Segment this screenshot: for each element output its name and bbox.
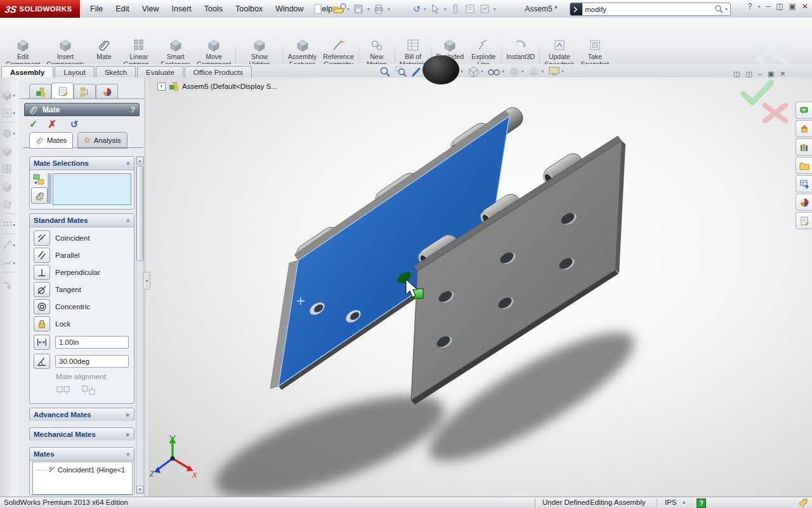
mates-listbox[interactable]: ······ Coincident1 (Hinge<1 [32, 462, 133, 495]
tab-appearances-scenes[interactable] [796, 194, 812, 211]
tab-property-manager[interactable] [51, 83, 74, 99]
viewport-3d-scene[interactable]: X Z [147, 77, 812, 497]
lock-mate-button[interactable] [34, 316, 50, 331]
minimize-button[interactable]: – [766, 2, 771, 11]
tab-assembly[interactable]: Assembly [1, 66, 53, 77]
menu-edit[interactable]: Edit [109, 0, 136, 17]
save-caret[interactable]: ▾ [367, 6, 370, 12]
units-selector[interactable]: IPS [665, 498, 677, 506]
doc-close-button[interactable]: ✕ [780, 70, 785, 78]
search-magnifier-icon[interactable] [714, 4, 724, 14]
coincident-mate-button[interactable] [34, 231, 50, 246]
undo-icon[interactable]: ↺ [413, 4, 421, 14]
save-icon[interactable] [353, 3, 364, 15]
left-toolbar-star-icon[interactable] [1, 197, 18, 212]
tab-custom-properties[interactable] [796, 212, 812, 229]
units-caret-icon[interactable]: ▴ [683, 499, 685, 505]
close-button[interactable]: ✕ [802, 2, 808, 11]
menu-tools[interactable]: Tools [198, 0, 229, 17]
parallel-mate-button[interactable] [34, 248, 50, 263]
panel-help-icon[interactable]: ? [131, 105, 135, 114]
angle-mate-button[interactable] [34, 354, 50, 369]
tab-design-library[interactable] [796, 138, 812, 156]
ok-button[interactable]: ✓ [29, 118, 37, 130]
mate-selections-header[interactable]: Mate Selections » [30, 157, 134, 170]
tab-mates[interactable]: Mates [29, 132, 73, 149]
menu-view[interactable]: View [136, 0, 166, 17]
scroll-thumb[interactable] [136, 166, 143, 261]
tree-root-label[interactable]: Assem5 (Default<Display S... [182, 83, 277, 90]
help-button[interactable]: ? [748, 2, 752, 11]
mate-button[interactable]: Mate [88, 37, 121, 62]
select-caret[interactable]: ▾ [444, 6, 447, 12]
new-file-caret[interactable]: ▾ [327, 6, 329, 12]
left-toolbar-pattern-icon[interactable]: ▾ [1, 217, 18, 232]
tangent-mate-button[interactable] [34, 282, 50, 297]
doc-pane-right-button[interactable]: ◫ [745, 70, 752, 78]
tab-office-products[interactable]: Office Products [185, 66, 252, 77]
tab-layout[interactable]: Layout [55, 66, 95, 77]
view-settings-icon[interactable]: ▾ [548, 66, 564, 77]
print-caret[interactable]: ▾ [388, 6, 390, 12]
tab-view-palette[interactable] [796, 175, 812, 192]
tab-analysis[interactable]: ⚙ Analysis [77, 132, 128, 149]
zoom-to-fit-icon[interactable] [379, 66, 391, 77]
left-toolbar-view-icon[interactable]: ▾ [1, 126, 18, 141]
undo-caret[interactable]: ▾ [424, 6, 426, 12]
multiple-mate-mode-button[interactable] [31, 187, 48, 204]
open-file-icon[interactable] [332, 3, 344, 15]
file-properties-icon[interactable] [464, 3, 476, 15]
select-arrow-icon[interactable] [429, 3, 441, 15]
options-caret[interactable]: ▾ [494, 6, 496, 12]
panel-scrollbar[interactable]: ▲ ▼ [136, 156, 144, 494]
left-toolbar-grid-icon[interactable] [1, 161, 18, 177]
anti-aligned-button[interactable] [81, 384, 97, 399]
print-icon[interactable] [373, 3, 384, 15]
menu-toolbox[interactable]: Toolbox [229, 0, 269, 17]
help-caret[interactable]: ▾ [758, 4, 761, 10]
display-style-icon[interactable]: ▾ [468, 65, 483, 77]
tab-evaluate[interactable]: Evaluate [137, 66, 183, 77]
mates-list-header[interactable]: Mates » [30, 448, 134, 461]
search-caret[interactable]: ▾ [725, 6, 728, 12]
doc-restore-button[interactable]: ▣ [768, 70, 774, 78]
advanced-mates-header[interactable]: Advanced Mates » [30, 408, 134, 421]
tree-expand-icon[interactable]: + [157, 83, 166, 91]
tab-display-manager[interactable] [96, 84, 118, 99]
panel-collapse-handle[interactable]: ◂ [143, 272, 150, 290]
cancel-x-icon[interactable] [765, 105, 785, 121]
mechanical-mates-header[interactable]: Mechanical Mates » [30, 428, 134, 441]
concentric-mate-button[interactable] [34, 299, 50, 314]
tab-file-explorer[interactable] [796, 157, 812, 174]
pane-button[interactable]: ◫ [776, 2, 783, 11]
edit-appearance-icon[interactable]: ▾ [509, 66, 524, 77]
mate-list-item[interactable]: ······ Coincident1 (Hinge<1 [33, 462, 132, 474]
angle-field[interactable]: 30.00deg [55, 355, 129, 368]
scroll-up-button[interactable]: ▲ [136, 157, 143, 164]
search-commands-icon[interactable] [570, 3, 582, 15]
accept-check-icon[interactable] [743, 83, 771, 102]
previous-view-icon[interactable] [411, 66, 422, 77]
left-toolbar-box-icon[interactable]: ▾ [1, 105, 18, 121]
undo-button[interactable]: ↺ [70, 119, 79, 130]
left-toolbar-hand-icon[interactable] [1, 144, 18, 159]
tab-configuration-manager[interactable] [74, 84, 96, 99]
left-toolbar-select-icon[interactable]: ▾ [1, 88, 18, 103]
apply-scene-icon[interactable]: ▾ [528, 66, 544, 77]
rebuild-icon[interactable] [450, 3, 461, 15]
options-icon[interactable] [479, 3, 490, 15]
open-file-caret[interactable]: ▾ [347, 6, 350, 12]
left-toolbar-spark-icon[interactable]: ▾ [1, 237, 18, 253]
perpendicular-mate-button[interactable] [34, 265, 50, 280]
hide-show-items-icon[interactable]: ▾ [488, 67, 504, 77]
new-file-icon[interactable] [312, 3, 324, 15]
menu-file[interactable]: File [84, 0, 109, 17]
cancel-button[interactable]: ✗ [48, 118, 56, 130]
scroll-down-button[interactable]: ▼ [136, 486, 143, 493]
tab-solidworks-resources[interactable] [796, 120, 812, 137]
mate-selection-listbox[interactable] [53, 173, 131, 205]
standard-mates-header[interactable]: Standard Mates » [30, 214, 134, 227]
menu-insert[interactable]: Insert [166, 0, 198, 17]
menu-window[interactable]: Window [269, 0, 310, 17]
help-status-icon[interactable]: ? [697, 498, 706, 508]
